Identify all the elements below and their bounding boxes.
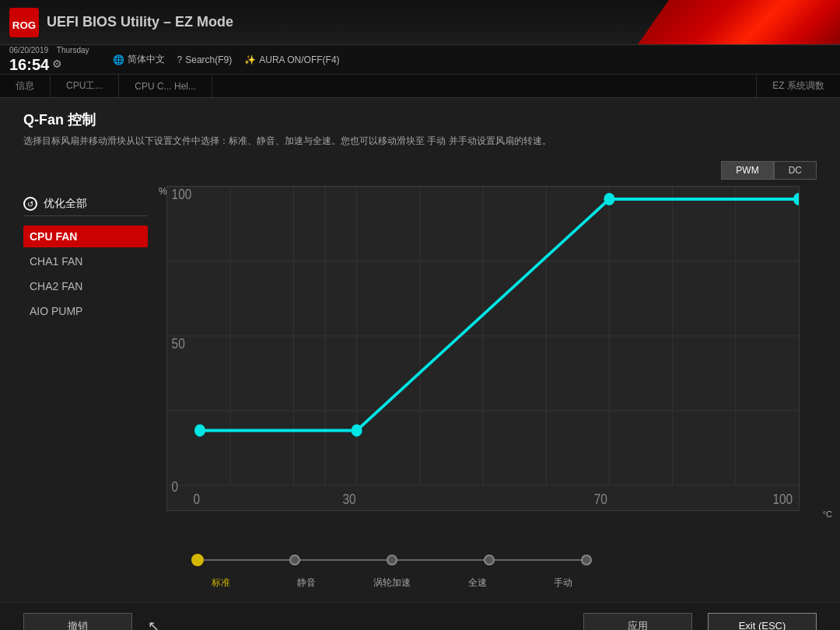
- x-0-label: 0: [194, 492, 201, 507]
- rog-logo-icon: ROG: [9, 8, 39, 37]
- preset-dot-fullspeed[interactable]: [484, 555, 495, 565]
- optimize-all-button[interactable]: ↺ 优化全部: [23, 192, 148, 216]
- tab-cpu-helper[interactable]: CPU C... Hel...: [119, 75, 212, 97]
- settings-gear-icon[interactable]: ⚙: [52, 58, 62, 71]
- aura-icon: ✨: [244, 54, 256, 65]
- x-70-label: 70: [594, 492, 607, 507]
- slider-track: [198, 559, 586, 561]
- preset-dot-standard[interactable]: [191, 554, 204, 566]
- tab-cpu[interactable]: CPU工...: [51, 75, 119, 97]
- fan-item-cha1[interactable]: CHA1 FAN: [23, 250, 148, 272]
- section-title: Q-Fan 控制: [23, 110, 817, 129]
- time-text: 16:54: [9, 55, 49, 74]
- tab-info[interactable]: 信息: [0, 75, 51, 97]
- curve-point-end[interactable]: [793, 193, 799, 205]
- fan-chart: 100 50 0 0 30 70 100: [166, 186, 800, 511]
- curve-point-knee1[interactable]: [352, 425, 362, 437]
- pwm-button[interactable]: PWM: [721, 161, 773, 180]
- preset-label-standard: 标准: [198, 576, 244, 590]
- chart-wrapper: PWM DC % °C: [166, 161, 817, 590]
- svg-text:ROG: ROG: [12, 19, 36, 30]
- cancel-button[interactable]: 撤销: [23, 613, 132, 631]
- fan-item-aio[interactable]: AIO PUMP: [23, 300, 148, 322]
- x-100-label: 100: [772, 492, 793, 507]
- nav-items: 🌐 简体中文 ? Search(F9) ✨ AURA ON/OFF(F4): [113, 53, 340, 66]
- cursor-icon: ↖: [148, 618, 159, 631]
- tab-ez-system[interactable]: EZ 系统调数: [756, 75, 840, 97]
- datetime-bar: 06/20/2019 Thursday 16:54 ⚙ 🌐 简体中文 ? Sea…: [0, 45, 840, 75]
- y-0-label: 0: [172, 479, 179, 495]
- curve-point-start[interactable]: [194, 425, 205, 437]
- optimize-icon: ↺: [23, 197, 37, 211]
- section-description: 选择目标风扇并移动滑块从以下设置文件中选择：标准、静音、加速与全速。您也可以移动…: [23, 134, 568, 149]
- y-100-label: 100: [172, 187, 192, 202]
- curve-point-knee2[interactable]: [604, 193, 614, 205]
- dc-button[interactable]: DC: [774, 161, 817, 180]
- preset-label-fullspeed: 全速: [454, 576, 501, 590]
- preset-labels: 标准 静音 涡轮加速 全速 手动: [198, 576, 586, 590]
- preset-label-silent: 静音: [283, 576, 330, 590]
- preset-track: [198, 548, 586, 572]
- nav-language[interactable]: 🌐 简体中文: [113, 53, 165, 66]
- header-left: ROG UEFI BIOS Utility – EZ Mode: [9, 8, 233, 37]
- top-bar: ROG UEFI BIOS Utility – EZ Mode: [0, 0, 840, 45]
- main-content: Q-Fan 控制 选择目标风扇并移动滑块从以下设置文件中选择：标准、静音、加速与…: [0, 98, 840, 602]
- preset-dot-manual[interactable]: [581, 555, 592, 565]
- datetime-display: 06/20/2019 Thursday 16:54 ⚙: [9, 46, 89, 74]
- pwm-dc-toggle: PWM DC: [166, 161, 817, 180]
- x-30-label: 30: [342, 492, 355, 507]
- chart-svg: 100 50 0 0 30 70 100: [167, 187, 799, 510]
- fan-item-cpu[interactable]: CPU FAN: [23, 226, 148, 247]
- nav-search[interactable]: ? Search(F9): [177, 54, 233, 65]
- search-nav-icon: ?: [177, 54, 183, 65]
- day-text: Thursday: [57, 46, 89, 55]
- content-area: ↺ 优化全部 CPU FAN CHA1 FAN CHA2 FAN AIO PUM…: [23, 161, 817, 590]
- language-label: 简体中文: [128, 53, 165, 66]
- fan-curve-line: [200, 199, 799, 430]
- nav-aura[interactable]: ✨ AURA ON/OFF(F4): [244, 54, 339, 65]
- search-nav-label: Search(F9): [185, 54, 232, 65]
- date-text: 06/20/2019: [9, 46, 48, 55]
- fan-list: ↺ 优化全部 CPU FAN CHA1 FAN CHA2 FAN AIO PUM…: [23, 161, 148, 590]
- optimize-all-label: 优化全部: [44, 197, 87, 211]
- preset-row: 标准 静音 涡轮加速 全速 手动: [166, 548, 817, 590]
- preset-label-turbo: 涡轮加速: [369, 576, 415, 590]
- preset-dot-silent[interactable]: [289, 555, 300, 565]
- x-axis-label: °C: [823, 509, 832, 519]
- bios-title: UEFI BIOS Utility – EZ Mode: [47, 14, 233, 30]
- nav-tabs: 信息 CPU工... CPU C... Hel... EZ 系统调数: [0, 75, 840, 98]
- y-50-label: 50: [172, 336, 185, 352]
- bottom-bar: 撤销 ↖ 应用 Exit (ESC): [0, 602, 840, 630]
- preset-dot-turbo[interactable]: [387, 555, 397, 565]
- top-bar-red-accent: [638, 0, 840, 44]
- exit-button[interactable]: Exit (ESC): [708, 613, 817, 631]
- language-icon: 🌐: [113, 54, 124, 65]
- aura-label: AURA ON/OFF(F4): [259, 54, 339, 65]
- preset-label-manual: 手动: [540, 576, 586, 590]
- fan-item-cha2[interactable]: CHA2 FAN: [23, 275, 148, 297]
- chart-area: % °C: [166, 186, 817, 533]
- apply-button[interactable]: 应用: [583, 613, 692, 631]
